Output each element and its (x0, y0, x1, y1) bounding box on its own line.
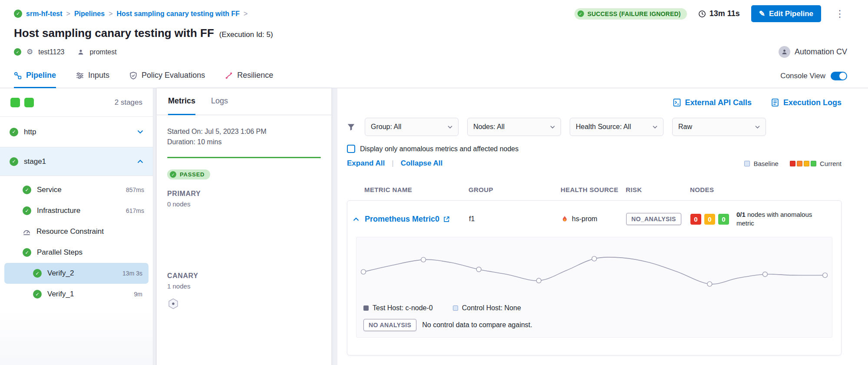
tab-resilience[interactable]: Resilience (225, 64, 273, 88)
current-swatch-icon (804, 161, 809, 166)
column-header-health-source: HEALTH SOURCE (561, 186, 626, 193)
breadcrumb-project-link[interactable]: srm-hf-test (26, 10, 63, 18)
sidebar-step-infrastructure[interactable]: ✓ Infrastructure 617ms (0, 200, 153, 221)
column-header-group: GROUP (469, 186, 561, 193)
breadcrumb-separator: > (109, 10, 112, 18)
sidebar-stage-http[interactable]: ✓ http (0, 117, 153, 147)
resource-constraint-icon (23, 228, 31, 236)
stage-count: 2 stages (115, 98, 142, 107)
success-check-icon: ✓ (33, 269, 42, 278)
console-view-toggle[interactable] (831, 72, 847, 80)
chevron-down-icon (137, 130, 143, 134)
nodes-filter-dropdown[interactable]: Nodes: All (467, 118, 561, 136)
view-mode-dropdown[interactable]: Raw (672, 118, 766, 136)
legend-current: Current (790, 160, 842, 167)
group-filter-dropdown[interactable]: Group: All (365, 118, 459, 136)
baseline-swatch-icon (744, 161, 750, 166)
legend-baseline: Baseline (744, 160, 779, 167)
metrics-table-header: METRIC NAME GROUP HEALTH SOURCE RISK NOD… (347, 186, 842, 200)
success-check-icon: ✓ (23, 186, 31, 194)
sidebar-step-verify-1[interactable]: ✓ Verify_1 9m (4, 284, 149, 305)
duration-text: Duration: 10 mins (167, 137, 321, 147)
no-analysis-badge: NO ANALYSIS (363, 319, 416, 331)
more-options-button[interactable]: ⋮ (832, 8, 847, 20)
node-count-badge-red: 0 (690, 214, 701, 225)
expand-all-link[interactable]: Expand All (347, 159, 385, 168)
success-check-icon: ✓ (578, 10, 584, 17)
execution-elapsed-time: 13m 11s (698, 9, 740, 18)
tab-metrics[interactable]: Metrics (168, 88, 195, 115)
started-on-text: Started On: Jul 5, 2023 1:06 PM (167, 126, 321, 137)
clock-icon (698, 10, 706, 18)
breadcrumb-pipeline-link[interactable]: Host sampling canary testing with FF (117, 10, 240, 18)
collapse-metric-button[interactable] (347, 217, 365, 221)
node-count-badge-yellow: 0 (704, 214, 715, 225)
project-logo-icon: ✓ (14, 10, 22, 18)
metric-row: Prometheus Metric0 f1 hs-prom NO_ANALYSI… (347, 209, 841, 234)
health-source-filter-dropdown[interactable]: Health Source: All (570, 118, 663, 136)
analysis-panel: External API Calls Execution Logs Group:… (337, 88, 868, 365)
tab-policy-evaluations[interactable]: Policy Evaluations (129, 64, 205, 88)
breadcrumb-separator: > (66, 10, 70, 18)
step-duration: 9m (134, 291, 142, 298)
chevron-down-icon (653, 126, 657, 129)
edit-pipeline-button[interactable]: ✎ Edit Pipeline (751, 5, 821, 22)
success-check-icon: ✓ (10, 157, 18, 166)
sidebar-stage-stage1[interactable]: ✓ stage1 (0, 147, 153, 176)
external-link-icon[interactable] (443, 216, 450, 222)
success-check-icon: ✓ (23, 206, 31, 215)
filter-icon (347, 123, 355, 131)
step-duration: 13m 3s (122, 270, 142, 277)
avatar-person-icon (781, 49, 788, 55)
control-host-swatch-icon (453, 305, 458, 311)
success-check-icon: ✓ (23, 248, 31, 257)
nodes-summary: 0/1 nodes with anomalous metric (736, 210, 828, 228)
sidebar-step-parallel-steps[interactable]: ✓ Parallel Steps (0, 242, 153, 263)
step-duration: 617ms (126, 207, 144, 214)
user-icon (77, 49, 84, 56)
tab-logs[interactable]: Logs (211, 88, 228, 115)
step-duration: 857ms (126, 186, 144, 193)
current-swatch-icon (790, 161, 795, 166)
current-swatch-icon (797, 161, 802, 166)
stage-square-icon (10, 98, 20, 107)
canary-node-count: 1 nodes (167, 282, 321, 290)
canary-node-hexagon[interactable] (167, 298, 179, 310)
health-source-name: hs-prom (572, 215, 597, 223)
chevron-up-icon (353, 217, 359, 221)
metric-chart (356, 237, 832, 302)
column-header-risk: RISK (626, 186, 690, 193)
triggered-by-user: Automation CV (795, 47, 847, 56)
node-count-badge-green: 0 (718, 214, 729, 225)
chevron-up-icon (137, 159, 143, 163)
tab-pipeline[interactable]: Pipeline (14, 64, 56, 88)
stage-indicator-squares (10, 98, 34, 107)
service-status-icon: ✓ (14, 48, 21, 56)
execution-status-badge: ✓ SUCCESS (FAILURE IGNORED) (574, 8, 687, 20)
breadcrumb-pipelines-link[interactable]: Pipelines (74, 10, 105, 18)
anomalous-only-checkbox[interactable] (347, 145, 355, 153)
step-list: ✓ Service 857ms ✓ Infrastructure 617ms R… (0, 176, 153, 305)
execution-logs-link[interactable]: Execution Logs (771, 98, 842, 107)
external-api-calls-link[interactable]: External API Calls (673, 98, 752, 107)
stages-summary: 2 stages (0, 88, 153, 117)
sidebar-step-verify-2[interactable]: ✓ Verify_2 13m 3s (4, 263, 149, 284)
success-check-icon: ✓ (33, 290, 42, 299)
risk-badge: NO_ANALYSIS (626, 213, 681, 225)
metric-name-link[interactable]: Prometheus Metric0 (365, 215, 439, 224)
test-host-swatch-icon (363, 305, 369, 311)
primary-label: PRIMARY (167, 190, 321, 198)
collapse-all-link[interactable]: Collapse All (401, 159, 443, 168)
sidebar-step-service[interactable]: ✓ Service 857ms (0, 179, 153, 200)
primary-node-count: 0 nodes (167, 200, 321, 208)
environment-name: promtest (89, 48, 116, 56)
tab-inputs[interactable]: Inputs (76, 64, 109, 88)
no-analysis-message: No control data to compare against. (422, 321, 532, 329)
metric-group: f1 (469, 215, 561, 223)
sidebar-step-resource-constraint[interactable]: Resource Constraint (0, 221, 153, 242)
resilience-icon (225, 72, 233, 80)
passed-badge: ✓ PASSED (167, 169, 210, 179)
main-tabbar: Pipeline Inputs Policy Evaluations Resil… (0, 64, 868, 88)
chevron-down-icon (550, 126, 555, 129)
anomalous-only-label: Display only anomalous metrics and affec… (360, 145, 518, 153)
